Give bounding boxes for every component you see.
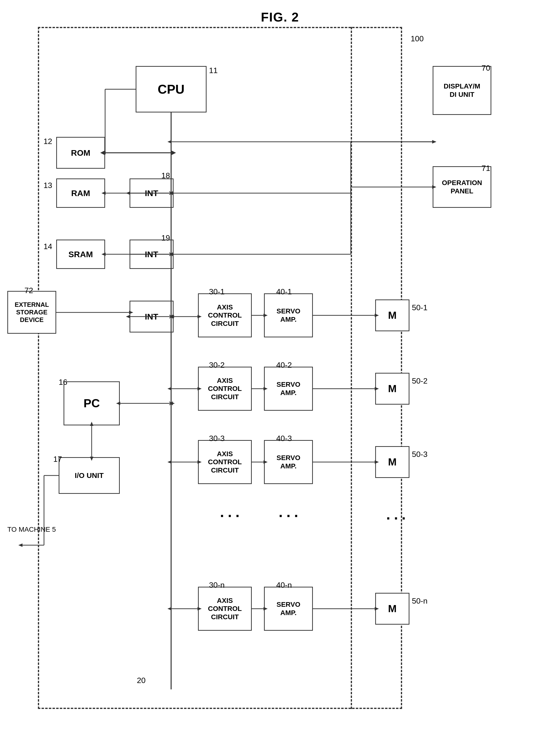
servo3-box: SERVO AMP. [264, 440, 313, 484]
servoN-box: SERVO AMP. [264, 587, 313, 631]
label-100: 100 [411, 34, 424, 43]
m3-box: M [375, 446, 409, 478]
label-30-2: 30-2 [209, 361, 224, 370]
svg-marker-26 [432, 140, 436, 144]
label-40-n: 40-n [276, 581, 292, 590]
label-11: 11 [209, 66, 218, 75]
label-50-3: 50-3 [412, 450, 428, 459]
dots-axis: ... [220, 503, 243, 521]
sram-box: SRAM [56, 240, 105, 269]
label-14: 14 [43, 242, 52, 251]
cpu-box: CPU [136, 66, 206, 112]
label-18: 18 [161, 171, 170, 180]
dots-servo: ... [279, 503, 302, 521]
label-16: 16 [59, 378, 68, 387]
label-40-1: 40-1 [276, 287, 292, 296]
axis1-box: AXIS CONTROL CIRCUIT [198, 293, 252, 337]
axis3-box: AXIS CONTROL CIRCUIT [198, 440, 252, 484]
m2-box: M [375, 373, 409, 404]
label-30-3: 30-3 [209, 434, 224, 443]
servo1-box: SERVO AMP. [264, 293, 313, 337]
external-box: EXTERNAL STORAGE DEVICE [7, 291, 56, 334]
label-50-2: 50-2 [412, 376, 428, 385]
pc-box: PC [64, 381, 120, 426]
vertical-divider [351, 27, 352, 709]
label-40-3: 40-3 [276, 434, 292, 443]
label-12: 12 [43, 137, 52, 146]
label-13: 13 [43, 181, 52, 190]
axisN-box: AXIS CONTROL CIRCUIT [198, 587, 252, 631]
display-box: DISPLAY/M DI UNIT [433, 66, 491, 115]
svg-marker-23 [432, 140, 436, 144]
label-72: 72 [24, 286, 33, 295]
io-unit-box: I/O UNIT [59, 457, 120, 494]
servo2-box: SERVO AMP. [264, 367, 313, 411]
label-17: 17 [53, 455, 62, 464]
int15-box: INT [129, 301, 174, 333]
label-20: 20 [137, 676, 146, 685]
label-30-1: 30-1 [209, 287, 224, 296]
label-30-n: 30-n [209, 581, 224, 590]
rom-box: ROM [56, 137, 105, 169]
label-71: 71 [481, 164, 490, 173]
label-50-n: 50-n [412, 596, 428, 606]
dots-m: ... [386, 506, 409, 523]
to-machine-label: TO MACHINE 5 [7, 526, 56, 534]
label-70: 70 [481, 64, 490, 73]
m1-box: M [375, 299, 409, 331]
ram-box: RAM [56, 178, 105, 208]
figure-title: FIG. 2 [261, 10, 299, 24]
label-40-2: 40-2 [276, 361, 292, 370]
label-19: 19 [161, 234, 170, 243]
int19-box: INT [129, 240, 174, 269]
svg-marker-77 [18, 543, 22, 547]
int18-box: INT [129, 178, 174, 208]
label-50-1: 50-1 [412, 303, 428, 312]
mN-box: M [375, 593, 409, 625]
axis2-box: AXIS CONTROL CIRCUIT [198, 367, 252, 411]
